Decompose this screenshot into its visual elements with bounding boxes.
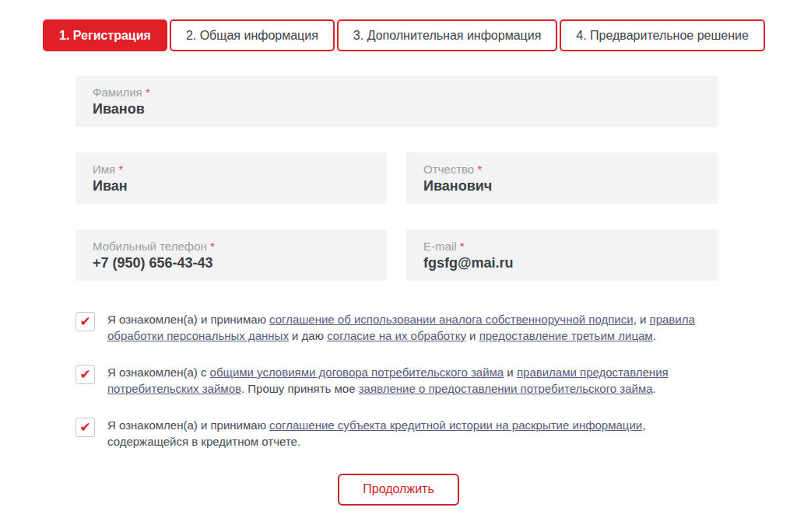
agreement-text-run: Я ознакомлен(а) и принимаю [107, 418, 269, 432]
checkmark-icon: ✔ [79, 421, 90, 434]
agreement-text-run: Я ознакомлен(а) и принимаю [107, 313, 269, 326]
agreement-text-run: Я ознакомлен(а) с [107, 366, 210, 379]
field-label: Отчество * [423, 163, 700, 176]
lastname-value: Иванов [93, 101, 700, 117]
agreement-text-run: и [466, 329, 479, 342]
lastname-label: Фамилия [93, 86, 142, 99]
email-label: E-mail [423, 240, 457, 253]
agreement-text-run: . Прошу принять мое [241, 382, 359, 395]
agreement-row-signature: ✔ Я ознакомлен(а) и принимаю соглашение … [75, 311, 722, 344]
agreement-checkbox[interactable]: ✔ [75, 365, 95, 384]
required-asterisk: * [477, 163, 482, 176]
agreement-text-run: , и [634, 313, 650, 326]
field-label: Имя * [93, 163, 370, 176]
agreement-row-loan-terms: ✔ Я ознакомлен(а) с общими условиями дог… [75, 364, 722, 397]
registration-form: Фамилия * Иванов Имя * Иван Отчество * И… [75, 75, 718, 281]
agreement-text-run: . [653, 329, 656, 342]
firstname-label: Имя [93, 163, 115, 176]
phone-field[interactable]: Мобильный телефон * +7 (950) 656-43-43 [75, 229, 387, 281]
agreement-link[interactable]: общими условиями договора потребительско… [210, 366, 504, 379]
button-row: Продолжить [0, 474, 797, 506]
agreement-text: Я ознакомлен(а) и принимаю соглашение об… [107, 311, 713, 344]
agreement-text-run: . [653, 382, 656, 395]
form-row: Фамилия * Иванов [75, 75, 718, 127]
field-label: Мобильный телефон * [93, 240, 370, 253]
form-row: Имя * Иван Отчество * Иванович [75, 152, 718, 204]
continue-button[interactable]: Продолжить [338, 474, 458, 506]
field-label: E-mail * [423, 240, 700, 253]
agreement-checkbox[interactable]: ✔ [75, 312, 95, 331]
form-row: Мобильный телефон * +7 (950) 656-43-43 E… [75, 229, 718, 281]
checkmark-icon: ✔ [79, 368, 90, 381]
required-asterisk: * [118, 163, 123, 176]
agreement-row-credit-history: ✔ Я ознакомлен(а) и принимаю соглашение … [75, 417, 722, 450]
tab-registration[interactable]: 1. Регистрация [43, 19, 167, 51]
email-value: fgsfg@mai.ru [423, 255, 700, 271]
agreement-link[interactable]: соглашение об использовании аналога собс… [269, 313, 634, 326]
firstname-field[interactable]: Имя * Иван [75, 152, 387, 204]
step-tabs: 1. Регистрация 2. Общая информация 3. До… [43, 19, 797, 51]
field-label: Фамилия * [93, 86, 700, 99]
tab-preliminary-decision[interactable]: 4. Предварительное решение [560, 19, 765, 51]
registration-page: 1. Регистрация 2. Общая информация 3. До… [0, 19, 797, 532]
required-asterisk: * [460, 240, 465, 253]
phone-label: Мобильный телефон [93, 240, 207, 253]
middlename-label: Отчество [423, 163, 474, 176]
middlename-value: Иванович [423, 178, 700, 194]
lastname-field[interactable]: Фамилия * Иванов [75, 75, 718, 127]
tab-general-info[interactable]: 2. Общая информация [170, 19, 335, 51]
phone-value: +7 (950) 656-43-43 [93, 255, 370, 271]
agreement-link[interactable]: предоставление третьим лицам [479, 329, 653, 342]
email-field[interactable]: E-mail * fgsfg@mai.ru [406, 229, 718, 281]
agreement-text: Я ознакомлен(а) и принимаю соглашение су… [107, 417, 713, 450]
agreement-text-run: и даю [289, 329, 327, 342]
agreement-link[interactable]: согласие на их обработку [327, 329, 466, 342]
firstname-value: Иван [93, 178, 370, 194]
required-asterisk: * [210, 240, 215, 253]
middlename-field[interactable]: Отчество * Иванович [406, 152, 718, 204]
agreement-checkbox[interactable]: ✔ [75, 418, 95, 437]
required-asterisk: * [146, 86, 150, 99]
agreement-text: Я ознакомлен(а) с общими условиями догов… [107, 364, 713, 397]
agreement-link[interactable]: соглашение субъекта кредитной истории на… [269, 418, 642, 432]
checkmark-icon: ✔ [79, 315, 90, 328]
agreements-section: ✔ Я ознакомлен(а) и принимаю соглашение … [75, 311, 722, 450]
agreement-link[interactable]: заявление о предоставлении потребительск… [359, 382, 653, 395]
tab-additional-info[interactable]: 3. Дополнительная информация [337, 19, 557, 51]
agreement-text-run: и [504, 366, 517, 379]
